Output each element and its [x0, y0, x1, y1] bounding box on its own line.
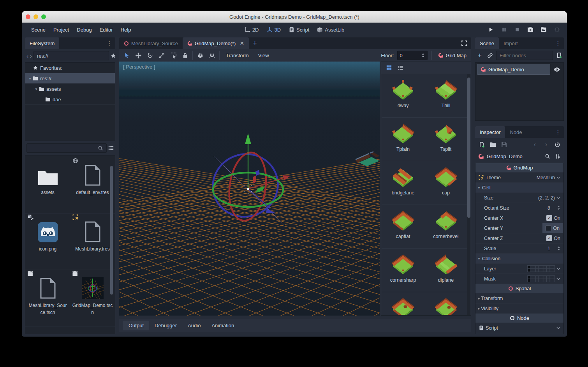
palette-item-cornerbevel[interactable]: cornerbevel: [424, 205, 467, 249]
chevron-down-icon[interactable]: [556, 197, 560, 199]
palette-item-capflat[interactable]: capflat: [382, 205, 424, 249]
inspector-scrollbar-thumb[interactable]: [110, 166, 113, 295]
pause-button[interactable]: [500, 26, 508, 34]
palette-item-diplane[interactable]: diplane: [424, 249, 467, 292]
mode-button-3d[interactable]: 3D: [263, 25, 284, 34]
attach-script-button[interactable]: [555, 51, 563, 59]
palette-item-cap[interactable]: cap: [424, 161, 467, 205]
menu-editor[interactable]: Editor: [96, 25, 117, 34]
tab-meshlibrary-source[interactable]: MeshLibrary_Source: [119, 37, 183, 49]
instance-scene-button[interactable]: [486, 51, 494, 59]
mode-button-assetlib[interactable]: AssetLib: [314, 25, 347, 34]
file-list-display-mode-button[interactable]: [108, 145, 114, 151]
inspector-forward-button[interactable]: ›: [543, 141, 549, 148]
tree-node-row[interactable]: GridMap_Demo: [475, 63, 563, 76]
mode-button-script[interactable]: Script: [285, 25, 312, 34]
file-gridmap-demo-tscn[interactable]: GridMap_Demo.tscn: [70, 270, 115, 326]
checkbox[interactable]: ✓: [546, 215, 552, 221]
view-menu[interactable]: View: [254, 53, 274, 58]
palette-item-Thill[interactable]: Thill: [424, 74, 467, 118]
expand-arrow-icon[interactable]: ▾: [34, 87, 39, 91]
close-window-button[interactable]: [26, 14, 30, 19]
visibility-eye-icon[interactable]: [553, 67, 560, 72]
file-icon-png[interactable]: icon.png: [25, 213, 70, 270]
new-scene-tab-button[interactable]: +: [249, 39, 261, 48]
bottom-panel-animation[interactable]: Animation: [206, 321, 239, 330]
section-collision[interactable]: ▾Collision: [475, 254, 563, 264]
play-scene-button[interactable]: [526, 26, 534, 34]
property-value[interactable]: [527, 265, 563, 272]
layer-grid[interactable]: [527, 275, 555, 282]
filter-nodes-input[interactable]: [496, 51, 553, 60]
palette-item-Tsplit[interactable]: Tsplit: [424, 118, 467, 161]
rotate-tool-button[interactable]: [145, 50, 155, 60]
category-spatial[interactable]: Spatial: [475, 284, 563, 293]
spin-updown-icon[interactable]: [557, 206, 560, 210]
local-space-button[interactable]: [195, 50, 205, 60]
palette-list-view-button[interactable]: [398, 65, 404, 71]
search-files-input[interactable]: [26, 143, 107, 153]
move-tool-button[interactable]: [133, 50, 143, 60]
grid-map-menu-button[interactable]: Grid Map: [433, 53, 471, 58]
property-value[interactable]: On: [542, 223, 563, 233]
property-value[interactable]: 8: [548, 205, 563, 211]
category-node[interactable]: Node: [475, 314, 563, 323]
fold-transform[interactable]: ▸Transform: [475, 293, 563, 303]
tab-node[interactable]: Node: [505, 126, 526, 138]
transform-menu[interactable]: Transform: [221, 53, 254, 58]
tree-item-res-[interactable]: ▾res://: [25, 73, 115, 84]
layer-grid[interactable]: [527, 265, 555, 272]
save-resource-button[interactable]: [501, 141, 507, 148]
menu-help[interactable]: Help: [117, 25, 135, 34]
tree-item-dae[interactable]: dae: [25, 94, 115, 105]
floor-spinbox[interactable]: 0: [397, 51, 428, 60]
tab-inspector[interactable]: Inspector: [475, 126, 505, 138]
history-back-button[interactable]: ‹: [26, 53, 28, 59]
property-value[interactable]: 1: [548, 246, 563, 251]
property-value[interactable]: ✓On: [546, 235, 563, 241]
spin-updown-icon[interactable]: [421, 53, 425, 58]
minimize-window-button[interactable]: [33, 14, 38, 19]
expand-arrow-icon[interactable]: ▾: [28, 76, 32, 81]
checkbox[interactable]: [546, 225, 551, 231]
tree-item-favorites-[interactable]: Favorites:: [25, 63, 115, 73]
palette-item[interactable]: [382, 292, 424, 315]
list-select-tool-button[interactable]: [168, 50, 178, 60]
menu-project[interactable]: Project: [49, 25, 73, 34]
file-default-env-tres[interactable]: default_env.tres: [70, 157, 115, 213]
palette-item-4way[interactable]: 4way: [382, 74, 424, 118]
menu-scene[interactable]: Scene: [27, 25, 49, 34]
property-value[interactable]: (2, 2, 2): [538, 195, 563, 201]
chevron-down-icon[interactable]: [556, 278, 560, 280]
load-resource-button[interactable]: [489, 141, 496, 148]
palette-item[interactable]: [424, 292, 467, 315]
viewport-3d[interactable]: [ Perspective ]: [119, 62, 380, 316]
section-cell[interactable]: ▾Cell: [475, 183, 563, 193]
property-value[interactable]: MeshLib: [537, 175, 563, 180]
tab-gridmap-demo[interactable]: GridMap_Demo(*) ✕: [183, 37, 249, 49]
inspector-back-button[interactable]: ‹: [532, 141, 538, 148]
distraction-free-icon[interactable]: [461, 40, 467, 46]
property-value[interactable]: [555, 327, 563, 329]
file-meshlibrary-tres[interactable]: MeshLibrary.tres: [70, 213, 115, 270]
zoom-window-button[interactable]: [41, 14, 46, 19]
file-meshlibrary-source-tscn[interactable]: MeshLibrary_Source.tscn: [25, 270, 70, 326]
bottom-panel-audio[interactable]: Audio: [182, 321, 206, 330]
select-tool-button[interactable]: [121, 50, 132, 60]
filesystem-menu-icon[interactable]: ⋮: [104, 40, 115, 46]
spin-updown-icon[interactable]: [557, 246, 560, 251]
fold-visibility[interactable]: ▸Visibility: [475, 303, 563, 314]
property-value[interactable]: ✓On: [546, 215, 563, 221]
property-value[interactable]: [527, 275, 563, 282]
close-tab-icon[interactable]: ✕: [239, 40, 244, 46]
scale-tool-button[interactable]: [157, 50, 167, 60]
category-gridmap[interactable]: GridMap: [475, 163, 563, 173]
menu-debug[interactable]: Debug: [73, 25, 95, 34]
update-spinner[interactable]: [553, 26, 561, 34]
scene-dock-menu-icon[interactable]: ⋮: [552, 40, 564, 46]
stop-button[interactable]: [513, 26, 521, 34]
inspector-menu-icon[interactable]: ⋮: [552, 129, 564, 135]
add-node-button[interactable]: +: [476, 51, 484, 59]
view-mode-label[interactable]: [ Perspective ]: [123, 64, 155, 70]
mode-button-2d[interactable]: 2D: [241, 25, 262, 34]
